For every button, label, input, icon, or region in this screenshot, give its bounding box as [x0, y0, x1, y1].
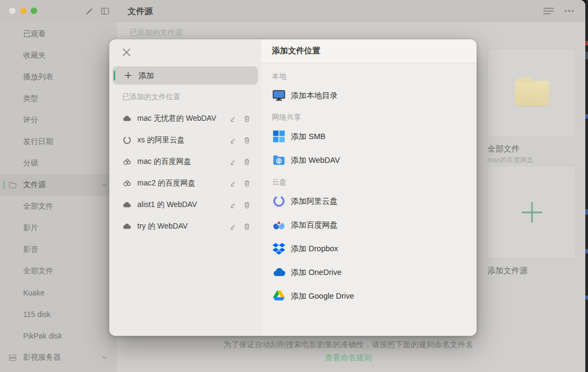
dropbox-icon — [272, 242, 286, 256]
add-menu-label: 添加 — [138, 71, 154, 81]
sidebar-item-label: 影音 — [23, 245, 38, 254]
monitor-icon — [272, 88, 286, 102]
content-subtitle: 已添加的文件源 — [130, 28, 183, 38]
add-file-location-dialog: 添加 已添加的文件位置 mac 无忧君的 WebDAVxs 的阿里云盘mac 的… — [109, 39, 477, 336]
edit-icon[interactable] — [229, 180, 237, 188]
onedrive-icon — [272, 265, 286, 279]
add-option-label: 添加 WebDAV — [291, 155, 340, 166]
sidebar-item-2[interactable]: 播放列表 — [0, 66, 117, 88]
add-option-row[interactable]: 添加百度网盘 — [261, 213, 477, 237]
minimize-window-button[interactable] — [20, 8, 26, 14]
chevron-down-icon[interactable] — [101, 354, 108, 361]
added-location-name: mac 的百度网盘 — [137, 157, 191, 167]
sidebar-item-label: 影片 — [23, 223, 38, 233]
trash-icon[interactable] — [243, 223, 251, 231]
add-option-row[interactable]: 添加 SMB — [261, 125, 477, 148]
sidebar-toggle-icon[interactable] — [100, 6, 110, 16]
add-source-card[interactable] — [487, 166, 576, 259]
naming-rule-link[interactable]: 查看命名规则 — [117, 353, 580, 363]
sidebar-item-10[interactable]: 影音 — [0, 239, 117, 260]
add-option-row[interactable]: 添加本地目录 — [261, 84, 477, 107]
trash-icon[interactable] — [243, 158, 251, 166]
sidebar-item-label: 文件源 — [23, 180, 46, 190]
sidebar-item-label: 115 disk — [23, 310, 51, 319]
page-title: 文件源 — [128, 6, 153, 17]
added-location-row[interactable]: alist1 的 WebDAV — [109, 194, 261, 216]
close-window-button[interactable] — [9, 8, 16, 14]
folder-icon — [515, 81, 549, 106]
trash-icon[interactable] — [243, 201, 251, 209]
sidebar-item-5[interactable]: 发行日期 — [0, 131, 117, 153]
trash-icon[interactable] — [243, 180, 251, 188]
add-option-label: 添加 OneDrive — [291, 267, 341, 278]
sidebar: 已观看收藏夹播放列表类型评分发行日期分级文件源全部文件影片影音全部文件Kuake… — [0, 22, 117, 372]
added-location-row[interactable]: mac 的百度网盘 — [109, 151, 261, 173]
plus-icon — [124, 71, 132, 80]
sidebar-item-1[interactable]: 收藏夹 — [0, 45, 117, 66]
row-actions — [229, 129, 251, 151]
added-location-row[interactable]: mac 无忧君的 WebDAV — [109, 108, 261, 129]
add-option-row[interactable]: 添加 OneDrive — [261, 260, 477, 284]
sidebar-item-label: 已观看 — [23, 29, 46, 39]
background-screen-sliver — [585, 0, 588, 372]
chevron-down-icon[interactable] — [101, 181, 108, 189]
sidebar-item-3[interactable]: 类型 — [0, 88, 117, 109]
baidu-gray-icon — [122, 157, 132, 167]
added-location-row[interactable]: mac2 的百度网盘 — [109, 173, 261, 194]
sidebar-item-label: 发行日期 — [23, 137, 53, 147]
sidebar-item-0[interactable]: 已观看 — [0, 23, 117, 45]
sidebar-item-4[interactable]: 评分 — [0, 109, 117, 131]
cloud-icon — [122, 200, 132, 210]
row-actions — [229, 216, 251, 237]
zoom-window-button[interactable] — [31, 8, 37, 14]
edit-icon[interactable] — [229, 201, 237, 209]
section-label: 云盘 — [272, 175, 477, 189]
edit-icon[interactable] — [229, 158, 237, 166]
added-location-row[interactable]: xs 的阿里云盘 — [109, 129, 261, 151]
edit-icon[interactable] — [229, 223, 237, 231]
sidebar-item-label: 全部文件 — [23, 266, 53, 276]
added-location-name: alist1 的 WebDAV — [137, 200, 197, 210]
added-location-name: mac 无忧君的 WebDAV — [137, 114, 216, 123]
dialog-left-pane: 添加 已添加的文件位置 mac 无忧君的 WebDAVxs 的阿里云盘mac 的… — [109, 39, 261, 336]
sidebar-item-7[interactable]: 文件源 — [0, 174, 117, 196]
sidebar-item-9[interactable]: 影片 — [0, 217, 117, 239]
selection-accent-bar — [114, 71, 115, 80]
add-option-label: 添加阿里云盘 — [291, 196, 338, 206]
add-option-label: 添加 SMB — [291, 132, 325, 142]
list-icon[interactable] — [543, 6, 555, 16]
baidu-icon — [272, 218, 286, 232]
sidebar-item-kuake[interactable]: Kuake — [0, 282, 117, 304]
add-option-row[interactable]: 添加 Dropbox — [261, 237, 477, 260]
more-icon[interactable] — [563, 6, 575, 16]
source-card-all-files[interactable] — [487, 49, 576, 137]
source-card-label: 全部文件 — [487, 144, 520, 154]
sidebar-item-label: 分级 — [23, 159, 38, 168]
folder-icon — [8, 181, 17, 190]
cloud-icon — [122, 222, 132, 231]
sidebar-item-8[interactable]: 全部文件 — [0, 196, 117, 217]
add-menu-item[interactable]: 添加 — [113, 66, 258, 85]
add-option-row[interactable]: 添加 Google Drive — [261, 284, 477, 308]
close-icon[interactable] — [121, 47, 132, 58]
edit-icon[interactable] — [229, 115, 237, 123]
edit-icon[interactable] — [229, 136, 237, 144]
sidebar-item-11[interactable]: 全部文件 — [0, 260, 117, 282]
add-option-row[interactable]: 添加阿里云盘 — [261, 189, 477, 213]
pencil-icon[interactable] — [85, 6, 94, 16]
added-location-name: try 的 WebDAV — [137, 222, 188, 231]
titlebar: 文件源 — [0, 0, 585, 22]
trash-icon[interactable] — [243, 115, 251, 123]
sidebar-list: 已观看收藏夹播放列表类型评分发行日期分级文件源全部文件影片影音全部文件Kuake… — [0, 23, 117, 368]
add-option-row[interactable]: 添加 WebDAV — [261, 148, 477, 172]
trash-icon[interactable] — [243, 136, 251, 144]
sidebar-item-label: 全部文件 — [23, 202, 53, 211]
sidebar-item-15[interactable]: 影视服务器 — [0, 347, 117, 368]
sidebar-item-115-disk[interactable]: 115 disk — [0, 304, 117, 325]
row-actions — [229, 173, 251, 194]
added-location-row[interactable]: try 的 WebDAV — [109, 216, 261, 237]
sidebar-item-pikpak-disk[interactable]: PikPak disk — [0, 325, 117, 347]
sidebar-item-6[interactable]: 分级 — [0, 153, 117, 174]
add-source-card-label: 添加文件源 — [487, 266, 528, 276]
add-option-label: 添加 Dropbox — [291, 244, 338, 254]
